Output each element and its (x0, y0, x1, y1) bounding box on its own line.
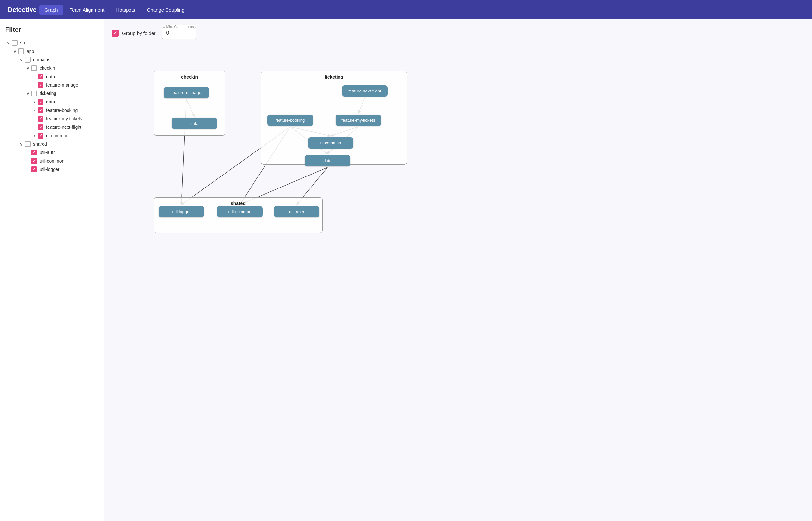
item-label: domains (33, 57, 50, 62)
nav-item-change-coupling[interactable]: Change Coupling (142, 5, 190, 15)
item-label: src (20, 40, 26, 45)
toggle-icon: ∨ (18, 58, 25, 62)
content: Group by folder Min. Connections checkin… (104, 20, 812, 521)
checkbox[interactable] (38, 74, 43, 80)
node-ui-common[interactable]: ui-common (308, 137, 353, 149)
group-by-folder: Group by folder (112, 29, 155, 37)
item-label: shared (33, 141, 47, 146)
sidebar: Filter ∨src∨app∨domains∨checkin data fea… (0, 20, 104, 521)
folder-label-checkin: checkin (157, 74, 222, 80)
checkbox[interactable] (38, 116, 43, 122)
toggle-icon: › (31, 133, 38, 138)
item-label: feature-my-tickets (46, 116, 82, 121)
toggle-icon: ∨ (18, 142, 25, 146)
toggle-icon: ∨ (25, 91, 31, 96)
node-util-auth[interactable]: util-auth (274, 206, 319, 217)
checkbox[interactable] (31, 65, 37, 71)
folder-label-shared: shared (157, 201, 319, 206)
item-label: util-common (40, 158, 64, 163)
nav-items: Graph Team Alignment Hotspots Change Cou… (39, 5, 190, 15)
item-label: data (46, 74, 55, 79)
item-label: data (46, 99, 55, 105)
item-label: ticketing (40, 91, 56, 96)
tree-item-app[interactable]: ∨app (5, 47, 98, 55)
tree-item-ticketing-feature-my-tickets[interactable]: feature-my-tickets (5, 114, 98, 123)
checkbox[interactable] (38, 99, 43, 105)
tree-item-shared-util-auth[interactable]: util-auth (5, 148, 98, 157)
node-checkin-data[interactable]: data (172, 118, 217, 129)
nav-brand: Detective (8, 6, 37, 14)
checkbox[interactable] (25, 57, 30, 63)
node-feature-my-tickets[interactable]: feature-my-tickets (335, 114, 381, 126)
checkbox[interactable] (38, 133, 43, 138)
item-label: feature-booking (46, 108, 78, 113)
checkbox[interactable] (31, 158, 37, 164)
item-label: ui-common (46, 133, 68, 138)
tree-item-shared-util-logger[interactable]: util-logger (5, 165, 98, 174)
checkbox[interactable] (25, 141, 30, 147)
min-connections-input[interactable] (166, 30, 192, 36)
node-util-common[interactable]: util-common (217, 206, 263, 217)
item-label: feature-next-flight (46, 124, 82, 130)
tree-item-shared[interactable]: ∨shared (5, 140, 98, 148)
min-connections-field: Min. Connections (162, 27, 196, 39)
checkbox[interactable] (31, 91, 37, 96)
checkbox[interactable] (31, 166, 37, 172)
nav-item-team-alignment[interactable]: Team Alignment (65, 5, 110, 15)
item-label: feature-manage (46, 83, 78, 88)
tree-item-domains[interactable]: ∨domains (5, 55, 98, 64)
nav-item-graph[interactable]: Graph (39, 5, 63, 15)
node-util-logger[interactable]: util-logger (159, 206, 204, 217)
graph-container: checkinticketingsharedfeature-managedata… (112, 48, 420, 249)
checkbox[interactable] (38, 107, 43, 113)
item-label: checkin (40, 66, 55, 71)
min-connections-label: Min. Connections (165, 25, 195, 28)
toggle-icon: › (31, 107, 38, 113)
node-feature-next-flight[interactable]: feature-next-flight (342, 85, 388, 97)
checkbox[interactable] (12, 40, 18, 46)
tree-item-checkin-data[interactable]: data (5, 72, 98, 81)
toggle-icon: › (31, 99, 38, 105)
group-by-folder-label: Group by folder (122, 30, 155, 36)
toggle-icon: ∨ (12, 49, 18, 54)
tree-item-ticketing-ui-common[interactable]: ›ui-common (5, 131, 98, 140)
tree-item-checkin-feature-manage[interactable]: feature-manage (5, 81, 98, 89)
item-label: util-auth (40, 150, 56, 155)
tree-item-ticketing[interactable]: ∨ticketing (5, 89, 98, 98)
node-feature-booking[interactable]: feature-booking (267, 114, 313, 126)
toggle-icon: ∨ (25, 66, 31, 71)
toggle-icon: ∨ (5, 41, 12, 45)
nav-item-hotspots[interactable]: Hotspots (111, 5, 140, 15)
toolbar: Group by folder Min. Connections (112, 27, 804, 39)
tree-item-src[interactable]: ∨src (5, 39, 98, 47)
tree-item-shared-util-common[interactable]: util-common (5, 157, 98, 165)
checkbox[interactable] (38, 124, 43, 130)
group-by-folder-checkbox[interactable] (112, 29, 119, 37)
checkbox[interactable] (18, 48, 24, 54)
sidebar-title: Filter (5, 26, 98, 33)
tree-item-ticketing-feature-booking[interactable]: ›feature-booking (5, 106, 98, 114)
tree-container: ∨src∨app∨domains∨checkin data feature-ma… (5, 39, 98, 174)
tree-item-ticketing-feature-next-flight[interactable]: feature-next-flight (5, 123, 98, 131)
tree-item-ticketing-data[interactable]: ›data (5, 98, 98, 106)
checkbox[interactable] (31, 150, 37, 155)
nav-bar: Detective Graph Team Alignment Hotspots … (0, 0, 812, 20)
node-feature-manage[interactable]: feature-manage (163, 87, 209, 98)
folder-label-ticketing: ticketing (264, 74, 403, 80)
tree-item-checkin[interactable]: ∨checkin (5, 64, 98, 72)
node-ticketing-data[interactable]: data (305, 155, 350, 166)
checkbox[interactable] (38, 82, 43, 88)
item-label: util-logger (40, 167, 59, 172)
main-layout: Filter ∨src∨app∨domains∨checkin data fea… (0, 20, 812, 521)
item-label: app (27, 49, 34, 54)
graph-area: checkinticketingsharedfeature-managedata… (112, 48, 804, 249)
